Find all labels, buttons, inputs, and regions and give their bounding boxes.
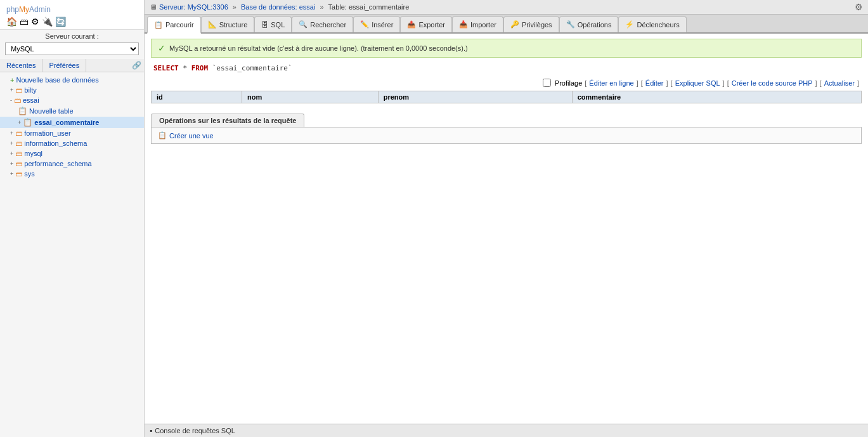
db-perf-label: performance_schema [24, 160, 91, 167]
plugin-icon[interactable]: 🔌 [42, 16, 53, 27]
col-id: id [152, 91, 242, 103]
expand-bilty-icon: + [10, 87, 13, 93]
db-sys[interactable]: + 🗃 sys [0, 169, 144, 179]
home-icon[interactable]: 🏠 [6, 16, 17, 27]
sidebar-link-icon[interactable]: 🔗 [132, 61, 141, 70]
tab-importer[interactable]: 📥 Importer [452, 16, 503, 32]
title-bar-right: ⚙ [855, 2, 863, 12]
create-view-link[interactable]: 📋 Créer une vue [158, 131, 855, 140]
privileges-icon: 🔑 [510, 20, 519, 29]
tab-declencheurs-label: Déclencheurs [637, 21, 679, 29]
create-php-link[interactable]: Créer le code source PHP [732, 79, 813, 87]
sql-table-name: `essai_commentaire` [212, 64, 292, 72]
tab-operations[interactable]: 🔧 Opérations [559, 16, 619, 32]
db-icon-mysql: 🗃 [15, 150, 22, 157]
new-table-icon: 📋 [18, 107, 27, 115]
db-mysql[interactable]: + 🗃 mysql [0, 148, 144, 159]
table-essai-commentaire-label: essai_commentaire [34, 119, 99, 126]
breadcrumb-table: Table: essai_commentaire [328, 3, 410, 11]
triggers-icon: ⚡ [625, 20, 634, 29]
expand-sys-icon: + [10, 171, 13, 177]
col-prenom: prenom [378, 91, 572, 103]
db-essai-label: essai [23, 96, 39, 104]
content-area: ✓ MySQL a retourné un résultat vide (c'e… [145, 34, 868, 424]
tab-inserer-label: Insérer [372, 21, 393, 29]
tab-privileges[interactable]: 🔑 Privilèges [503, 16, 559, 32]
db-info-label: information_schema [24, 140, 87, 147]
sidebar-icons: 🏠 🗃 ⚙ 🔌 🔄 [6, 16, 138, 27]
tab-parcourir[interactable]: 📋 Parcourir [147, 16, 201, 34]
db-icon-essai: 🗃 [14, 96, 21, 104]
db-icon-bilty: 🗃 [15, 86, 22, 94]
tab-declencheurs[interactable]: ⚡ Déclencheurs [618, 16, 686, 32]
tab-importer-label: Importer [470, 21, 496, 29]
table-essai-commentaire[interactable]: + 📋 essai_commentaire [0, 117, 144, 128]
db-essai[interactable]: - 🗃 essai [0, 95, 144, 105]
bottom-console[interactable]: ▪ Console de requêtes SQL [145, 424, 868, 437]
server-select[interactable]: MySQL [5, 42, 139, 55]
config-icon[interactable]: ⚙ [31, 16, 39, 27]
monitor-icon: 🖥 [150, 3, 157, 11]
logo-my: My [19, 5, 29, 14]
db-formation-label: formation_user [24, 129, 70, 137]
recent-tab[interactable]: Récentes [0, 59, 42, 72]
favorites-tab[interactable]: Préférées [42, 59, 86, 72]
db-formation-user[interactable]: + 🗃 formation_user [0, 128, 144, 138]
db-icon-perf: 🗃 [15, 160, 22, 167]
sidebar-tree: + Nouvelle base de données + 🗃 bilty - 🗃… [0, 72, 144, 181]
success-icon: ✓ [158, 43, 165, 53]
db-bilty[interactable]: + 🗃 bilty [0, 85, 144, 95]
profiling-checkbox[interactable] [543, 79, 551, 87]
logo: phpMyAdmin [6, 5, 138, 14]
server-label: Serveur courant : [0, 32, 144, 40]
col-nom: nom [242, 91, 378, 103]
operations-body: 📋 Créer une vue [151, 127, 862, 144]
db-icon-info: 🗃 [15, 140, 22, 147]
console-icon: ▪ [150, 426, 152, 435]
tab-parcourir-label: Parcourir [165, 21, 194, 29]
tab-rechercher[interactable]: 🔍 Rechercher [292, 16, 353, 32]
breadcrumb-database[interactable]: Base de données: essai [241, 3, 315, 11]
new-table-item[interactable]: 📋 Nouvelle table [0, 105, 144, 117]
tab-structure[interactable]: 📐 Structure [201, 16, 255, 32]
new-database-label: Nouvelle base de données [16, 76, 98, 84]
new-database-item[interactable]: + Nouvelle base de données [0, 75, 144, 85]
profiling-bar: Profilage [ Éditer en ligne ] [ Éditer ]… [151, 79, 862, 87]
refresh-link[interactable]: Actualiser [824, 79, 855, 87]
logo-area: phpMyAdmin 🏠 🗃 ⚙ 🔌 🔄 [0, 0, 144, 30]
tab-exporter-label: Exporter [418, 21, 445, 29]
sql-icon: 🗄 [261, 21, 268, 29]
db-icon-formation: 🗃 [15, 129, 22, 137]
operations-section: Opérations sur les résultats de la requê… [151, 114, 862, 144]
tab-inserer[interactable]: ✏️ Insérer [353, 16, 400, 32]
table-icon: 📋 [23, 118, 32, 127]
tab-operations-label: Opérations [578, 21, 612, 29]
edit-link[interactable]: Éditer [645, 79, 664, 87]
sidebar: phpMyAdmin 🏠 🗃 ⚙ 🔌 🔄 Serveur courant : M… [0, 0, 145, 437]
sql-keyword-from: FROM [191, 64, 209, 72]
export-icon: 📤 [407, 20, 416, 29]
success-message: ✓ MySQL a retourné un résultat vide (c'e… [151, 39, 862, 58]
gear-icon[interactable]: ⚙ [855, 2, 863, 12]
tab-sql[interactable]: 🗄 SQL [254, 16, 292, 32]
db-bilty-label: bilty [24, 86, 37, 94]
sql-star: * [183, 64, 191, 72]
db-information-schema[interactable]: + 🗃 information_schema [0, 138, 144, 148]
tab-privileges-label: Privilèges [522, 21, 552, 29]
db-performance-schema[interactable]: + 🗃 performance_schema [0, 159, 144, 169]
insert-icon: ✏️ [360, 20, 369, 29]
breadcrumb-server[interactable]: Serveur: MySQL:3306 [159, 3, 228, 11]
main-area: 🖥 Serveur: MySQL:3306 » Base de données:… [145, 0, 868, 437]
create-view-label: Créer une vue [169, 132, 214, 140]
breadcrumb: 🖥 Serveur: MySQL:3306 » Base de données:… [150, 3, 409, 11]
success-text: MySQL a retourné un résultat vide (c'est… [169, 44, 468, 52]
expand-info-icon: + [10, 140, 13, 147]
tab-exporter[interactable]: 📤 Exporter [400, 16, 452, 32]
result-table: id nom prenom commentaire [151, 91, 862, 103]
edit-inline-link[interactable]: Éditer en ligne [589, 79, 633, 87]
explain-sql-link[interactable]: Expliquer SQL [675, 79, 720, 87]
db-sys-label: sys [24, 170, 35, 178]
refresh-icon[interactable]: 🔄 [55, 16, 66, 27]
tab-structure-label: Structure [219, 21, 248, 29]
database-icon[interactable]: 🗃 [20, 16, 29, 27]
